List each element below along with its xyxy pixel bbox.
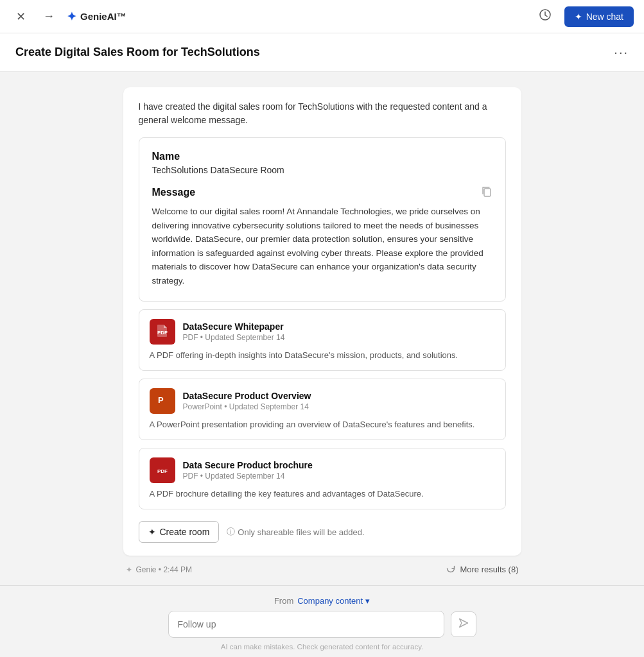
chat-input[interactable] <box>168 611 444 638</box>
main-content: I have created the digital sales room fo… <box>0 72 644 591</box>
new-chat-label: New chat <box>586 12 623 22</box>
file-item-top-0: PDF DataSecure Whitepaper PDF • Updated … <box>150 319 495 345</box>
file-name-0: DataSecure Whitepaper <box>183 321 495 332</box>
chat-intro-text: I have created the digital sales room fo… <box>139 100 506 127</box>
message-text: Welcome to our digital sales room! At An… <box>152 205 492 288</box>
file-item-top-1: P DataSecure Product Overview PowerPoint… <box>150 388 495 414</box>
create-room-row: ✦ Create room ⓘ Only shareable files wil… <box>139 521 506 543</box>
message-label: Message <box>152 187 196 198</box>
dropdown-chevron-icon: ▾ <box>365 596 370 606</box>
from-row: From Company content ▾ <box>15 596 629 606</box>
company-content-button[interactable]: Company content ▾ <box>297 596 370 606</box>
forward-button[interactable]: → <box>39 6 59 27</box>
create-room-label: Create room <box>160 527 210 537</box>
file-item-1: P DataSecure Product Overview PowerPoint… <box>139 379 506 440</box>
page-title: Create Digital Sales Room for TechSoluti… <box>15 46 260 59</box>
file-sub-2: PDF • Updated September 14 <box>183 472 495 481</box>
file-name-1: DataSecure Product Overview <box>183 391 495 401</box>
file-icon-pdf-0: PDF <box>150 319 175 345</box>
timestamp-row: ✦ Genie • 2:44 PM More results (8) <box>123 563 521 576</box>
message-header: Message <box>152 185 492 200</box>
file-meta-0: DataSecure Whitepaper PDF • Updated Sept… <box>183 321 495 342</box>
from-label: From <box>274 596 293 606</box>
file-name-2: Data Secure Product brochure <box>183 460 495 470</box>
create-room-button[interactable]: ✦ Create room <box>139 521 220 543</box>
svg-text:PDF: PDF <box>157 330 168 336</box>
file-desc-2: A PDF brochure detailing the key feature… <box>150 488 495 500</box>
logo-text: GenieAI™ <box>80 11 126 22</box>
file-meta-1: DataSecure Product Overview PowerPoint •… <box>183 391 495 411</box>
svg-rect-1 <box>484 189 491 196</box>
timestamp-text: Genie • 2:44 PM <box>136 565 193 574</box>
shareable-note: ⓘ Only shareable files will be added. <box>227 526 364 538</box>
file-sub-1: PowerPoint • Updated September 14 <box>183 402 495 411</box>
logo-area: ✦ GenieAI™ <box>67 10 126 24</box>
create-room-star-icon: ✦ <box>148 527 156 537</box>
file-desc-1: A PowerPoint presentation providing an o… <box>150 419 495 431</box>
send-icon <box>458 617 469 631</box>
history-icon <box>539 8 552 24</box>
history-button[interactable] <box>534 5 557 28</box>
chat-bubble: I have created the digital sales room fo… <box>123 87 521 556</box>
refresh-icon <box>446 563 456 576</box>
bottom-area: From Company content ▾ AI can make mista… <box>0 585 644 657</box>
file-desc-0: A PDF offering in-depth insights into Da… <box>150 350 495 361</box>
top-bar-right: ✦ New chat <box>534 5 634 28</box>
svg-text:PDF: PDF <box>157 468 168 474</box>
file-item-top-2: PDF Data Secure Product brochure PDF • U… <box>150 457 495 483</box>
more-options-button[interactable]: ··· <box>614 45 629 60</box>
file-icon-letter-0: PDF <box>155 323 170 340</box>
info-icon: ⓘ <box>227 526 235 538</box>
forward-icon: → <box>43 10 55 23</box>
close-icon: ✕ <box>16 10 26 24</box>
close-button[interactable]: ✕ <box>10 6 31 27</box>
copy-icon[interactable] <box>481 185 492 200</box>
file-item-0: PDF DataSecure Whitepaper PDF • Updated … <box>139 309 506 371</box>
company-content-label: Company content <box>297 596 363 606</box>
genie-small-star-icon: ✦ <box>126 565 132 574</box>
genie-star-icon: ✦ <box>67 10 76 24</box>
name-value: TechSolutions DataSecure Room <box>152 165 492 175</box>
room-card: Name TechSolutions DataSecure Room Messa… <box>139 137 506 302</box>
timestamp-left: ✦ Genie • 2:44 PM <box>126 565 193 574</box>
file-sub-0: PDF • Updated September 14 <box>183 333 495 342</box>
top-bar-left: ✕ → ✦ GenieAI™ <box>10 6 126 27</box>
file-icon-pdf-2: PDF <box>150 457 175 483</box>
file-icon-letter-2: PDF <box>155 462 170 479</box>
send-button[interactable] <box>451 611 476 637</box>
new-chat-star-icon: ✦ <box>575 12 582 22</box>
top-bar: ✕ → ✦ GenieAI™ ✦ New chat <box>0 0 644 33</box>
file-item-2: PDF Data Secure Product brochure PDF • U… <box>139 448 506 509</box>
input-row <box>168 611 476 638</box>
more-results-label: More results (8) <box>460 565 518 574</box>
name-label: Name <box>152 151 492 162</box>
page-header: Create Digital Sales Room for TechSoluti… <box>0 33 644 72</box>
file-meta-2: Data Secure Product brochure PDF • Updat… <box>183 460 495 481</box>
file-icon-letter-1: P <box>155 393 170 409</box>
svg-text:P: P <box>158 395 164 405</box>
shareable-note-text: Only shareable files will be added. <box>238 527 364 537</box>
new-chat-button[interactable]: ✦ New chat <box>564 6 634 27</box>
more-results-button[interactable]: More results (8) <box>446 563 518 576</box>
ai-disclaimer: AI can make mistakes. Check generated co… <box>15 643 629 651</box>
file-icon-ppt-1: P <box>150 388 175 414</box>
